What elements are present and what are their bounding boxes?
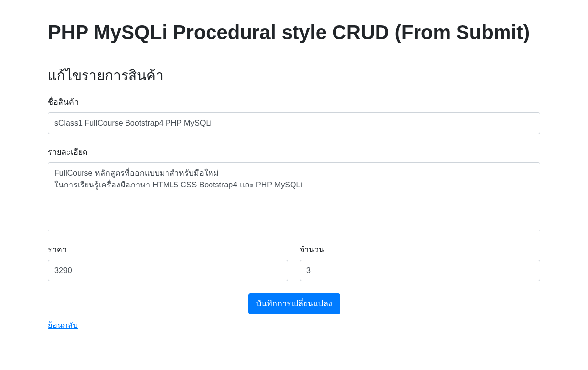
quantity-input[interactable] (300, 260, 540, 281)
price-label: ราคา (48, 243, 288, 256)
product-name-input[interactable] (48, 112, 540, 134)
product-name-group: ชื่อสินค้า (48, 96, 540, 134)
price-group: ราคา (48, 243, 288, 281)
submit-button[interactable]: บันทึกการเปลี่ยนแปลง (248, 293, 340, 314)
back-link[interactable]: ย้อนกลับ (48, 321, 78, 329)
page-title: PHP MySQLi Procedural style CRUD (From S… (48, 20, 540, 45)
page-container: PHP MySQLi Procedural style CRUD (From S… (42, 20, 546, 331)
details-group: รายละเอียด FullCourse หลักสูตรที่ออกแบบม… (48, 146, 540, 231)
quantity-group: จำนวน (300, 243, 540, 281)
details-textarea[interactable]: FullCourse หลักสูตรที่ออกแบบมาสำหรับมือใ… (48, 162, 540, 231)
product-name-label: ชื่อสินค้า (48, 96, 540, 108)
price-qty-row: ราคา จำนวน (48, 243, 540, 293)
submit-wrap: บันทึกการเปลี่ยนแปลง (48, 293, 540, 314)
price-input[interactable] (48, 260, 288, 281)
details-label: รายละเอียด (48, 146, 540, 158)
quantity-label: จำนวน (300, 243, 540, 256)
page-subheading: แก้ไขรายการสินค้า (48, 64, 540, 86)
